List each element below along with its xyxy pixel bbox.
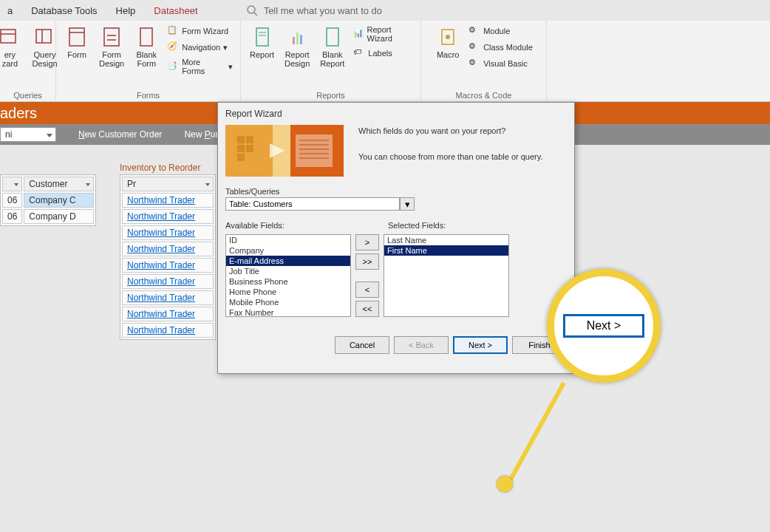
product-link[interactable]: Northwind Trader xyxy=(127,325,195,335)
svg-rect-22 xyxy=(237,136,245,143)
selected-fields-listbox[interactable]: Last NameFirst Name xyxy=(384,234,509,317)
svg-rect-6 xyxy=(69,28,84,46)
col-customer[interactable]: Customer xyxy=(24,177,94,191)
product-grid[interactable]: Pr Northwind TraderNorthwind TraderNorth… xyxy=(120,174,216,340)
ribbon-group-reports: Report Report Design Blank Report 📊Repor… xyxy=(241,21,421,101)
list-item[interactable]: Fax Number xyxy=(226,307,350,317)
product-link[interactable]: Northwind Trader xyxy=(127,276,195,287)
tell-me-label: Tell me what you want to do xyxy=(264,5,382,16)
cell[interactable]: 06 xyxy=(2,209,22,224)
svg-rect-18 xyxy=(327,28,338,46)
magnifier-lens: Next > xyxy=(547,269,661,383)
report-wizard-icon: 📊 xyxy=(353,28,364,40)
visual-basic-button[interactable]: ⚙Visual Basic xyxy=(467,56,534,71)
list-item[interactable]: ID xyxy=(226,235,350,245)
blank-report-icon xyxy=(321,25,344,49)
ribbon-group-queries: ery zard Query Design Queries xyxy=(0,21,56,101)
cell[interactable]: Northwind Trader xyxy=(122,225,214,240)
product-link[interactable]: Northwind Trader xyxy=(127,309,195,319)
ribbon-group-forms-label: Forms xyxy=(137,89,160,101)
cell[interactable]: Northwind Trader xyxy=(122,274,214,289)
form-design-button[interactable]: Form Design xyxy=(96,24,127,69)
product-link[interactable]: Northwind Trader xyxy=(127,228,195,238)
cell[interactable]: Northwind Trader xyxy=(122,242,214,256)
available-fields-listbox[interactable]: IDCompanyE-mail AddressJob TitleBusiness… xyxy=(225,234,351,317)
cell[interactable]: Northwind Trader xyxy=(122,307,214,321)
blank-report-button[interactable]: Blank Report xyxy=(317,24,347,69)
report-button[interactable]: Report xyxy=(247,24,277,61)
form-button[interactable]: Form xyxy=(62,24,92,61)
report-design-label: Report Design xyxy=(285,50,310,68)
svg-rect-8 xyxy=(104,28,119,46)
list-item[interactable]: Last Name xyxy=(384,235,508,245)
form-wizard-button[interactable]: 📋Form Wizard xyxy=(166,24,234,38)
svg-marker-27 xyxy=(270,143,285,158)
list-item[interactable]: First Name xyxy=(384,245,508,256)
cell[interactable]: Northwind Trader xyxy=(122,258,214,273)
class-module-label: Class Module xyxy=(483,43,533,52)
remove-all-fields-button[interactable]: << xyxy=(355,301,379,317)
list-item[interactable]: Business Phone xyxy=(226,276,350,287)
navigation-button[interactable]: 🧭Navigation ▾ xyxy=(166,40,234,55)
svg-rect-24 xyxy=(237,145,245,152)
col-blank[interactable] xyxy=(2,177,22,191)
query-wizard-button[interactable]: ery zard xyxy=(0,24,24,69)
report-wizard-dialog: Report Wizard Which fields do you want o… xyxy=(217,102,575,374)
new-customer-order-link[interactable]: New Customer Order xyxy=(78,129,162,140)
labels-button[interactable]: 🏷Labels xyxy=(352,46,415,61)
list-item[interactable]: Job Title xyxy=(226,266,350,276)
cell[interactable]: Company D xyxy=(24,209,94,224)
cell[interactable]: Northwind Trader xyxy=(122,323,214,338)
menu-data[interactable]: a xyxy=(7,5,13,16)
query-wizard-label: ery zard xyxy=(2,50,18,68)
add-all-fields-button[interactable]: >> xyxy=(355,253,379,270)
product-link[interactable]: Northwind Trader xyxy=(127,244,195,254)
customer-grid[interactable]: Customer 06Company C 06Company D xyxy=(0,174,96,226)
cell[interactable]: Northwind Trader xyxy=(122,209,214,224)
tables-queries-combo[interactable] xyxy=(225,197,400,211)
next-button[interactable]: Next > xyxy=(453,336,508,354)
back-button[interactable]: < Back xyxy=(394,336,449,354)
query-wizard-icon xyxy=(0,25,21,49)
product-link[interactable]: Northwind Trader xyxy=(127,211,195,222)
report-wizard-button[interactable]: 📊Report Wizard xyxy=(352,24,415,44)
labels-label: Labels xyxy=(368,49,392,58)
ribbon-group-forms: Form Form Design Blank Form 📋Form Wizard… xyxy=(56,21,241,101)
blank-form-button[interactable]: Blank Form xyxy=(132,24,161,69)
list-item[interactable]: Company xyxy=(226,245,350,256)
cell[interactable]: Northwind Trader xyxy=(122,193,214,208)
list-item[interactable]: Mobile Phone xyxy=(226,297,350,307)
list-item[interactable]: Home Phone xyxy=(226,287,350,297)
macro-button[interactable]: Macro xyxy=(433,24,463,61)
menu-database-tools[interactable]: Database Tools xyxy=(31,5,97,16)
product-link[interactable]: Northwind Trader xyxy=(127,260,195,270)
svg-rect-4 xyxy=(36,30,51,43)
cell[interactable]: 06 xyxy=(2,193,22,208)
module-label: Module xyxy=(483,27,510,35)
add-field-button[interactable]: > xyxy=(355,234,379,250)
col-product[interactable]: Pr xyxy=(122,177,214,191)
svg-rect-16 xyxy=(296,33,299,44)
more-forms-button[interactable]: 📑More Forms ▾ xyxy=(166,56,234,77)
cancel-button[interactable]: Cancel xyxy=(335,336,389,354)
new-customer-order-label: ew Customer Order xyxy=(85,129,163,140)
menu-datasheet[interactable]: Datasheet xyxy=(154,5,197,16)
remove-field-button[interactable]: < xyxy=(355,282,379,298)
product-link[interactable]: Northwind Trader xyxy=(127,195,195,205)
chevron-down-icon: ▾ xyxy=(223,43,228,52)
blank-report-label: Blank Report xyxy=(320,50,344,68)
filter-combo[interactable]: ni xyxy=(0,127,56,142)
report-label: Report xyxy=(250,50,274,59)
module-button[interactable]: ⚙Module xyxy=(467,24,534,38)
tables-queries-dropdown-button[interactable]: ▾ xyxy=(400,197,415,211)
class-module-button[interactable]: ⚙Class Module xyxy=(467,40,534,55)
product-link[interactable]: Northwind Trader xyxy=(127,293,195,303)
menu-help[interactable]: Help xyxy=(116,5,136,16)
tell-me-search[interactable]: Tell me what you want to do xyxy=(246,4,382,16)
cell[interactable]: Northwind Trader xyxy=(122,290,214,305)
list-item[interactable]: E-mail Address xyxy=(226,256,350,266)
report-design-button[interactable]: Report Design xyxy=(282,24,313,69)
form-wizard-icon: 📋 xyxy=(167,25,179,37)
cell[interactable]: Company C xyxy=(24,193,94,208)
ribbon-group-reports-label: Reports xyxy=(316,89,345,101)
